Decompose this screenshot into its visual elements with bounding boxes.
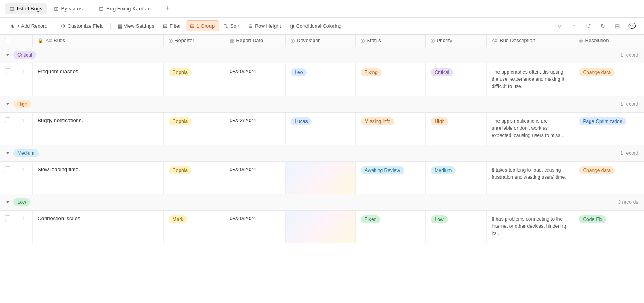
view-settings-button[interactable]: ▦ View Settings bbox=[113, 21, 159, 31]
row-checkbox[interactable] bbox=[5, 68, 10, 74]
group-row-medium: ▼ Medium 1 record bbox=[0, 145, 644, 162]
num-cell: 1 bbox=[17, 211, 33, 243]
priority-cell: Critical bbox=[425, 63, 487, 96]
group-header-cell-medium: ▼ Medium 1 record bbox=[0, 145, 644, 162]
chat-icon-btn[interactable]: 💬 bbox=[626, 20, 638, 32]
group-tag-medium[interactable]: Medium bbox=[13, 149, 39, 157]
status-col-icon: ◎ bbox=[361, 38, 365, 43]
bug-name-cell[interactable]: Frequent crashes. bbox=[33, 63, 163, 96]
bugs-table: 🔒 A≡ Bugs ◎ Reporter ▦ Report Date bbox=[0, 35, 644, 243]
bug-name-cell[interactable]: Connection issues. bbox=[33, 211, 163, 243]
table-row[interactable]: 1 Connection issues. Mark 08/20/2024 Fix… bbox=[0, 211, 644, 243]
bug-name: Frequent crashes. bbox=[37, 68, 80, 74]
group-row-high: ▼ High 1 record bbox=[0, 96, 644, 113]
developer-td: Lucas bbox=[286, 113, 356, 145]
resolution-cell: Change data bbox=[574, 162, 644, 194]
table-row[interactable]: 1 Buggy notifications. Sophia 08/22/2024… bbox=[0, 113, 644, 145]
developer-badge: Lucas bbox=[291, 117, 312, 125]
group-chevron-low[interactable]: ▼ bbox=[6, 200, 10, 205]
add-record-button[interactable]: ⊕ + Add Record bbox=[6, 21, 52, 31]
resolution-badge: Change data bbox=[579, 166, 615, 174]
priority-cell: High bbox=[425, 113, 487, 145]
search-icon-btn[interactable]: ○ bbox=[554, 20, 565, 32]
group-chevron-medium[interactable]: ▼ bbox=[6, 151, 10, 156]
date-icon: ▦ bbox=[230, 38, 234, 43]
group-row-low: ▼ Low 3 records bbox=[0, 194, 644, 211]
desc-type-icon: A≡ bbox=[491, 38, 497, 43]
header-resolution-cell[interactable]: ◎ Resolution bbox=[574, 35, 644, 47]
tab-kanban[interactable]: ⊟ Bug Fixing Kanban bbox=[94, 3, 155, 14]
customize-field-button[interactable]: ⚙ Customize Field bbox=[57, 21, 108, 31]
description-text: It takes too long to load, causing frust… bbox=[491, 167, 566, 180]
sort-button[interactable]: ⇅ Sort bbox=[220, 21, 244, 31]
checkbox-cell bbox=[0, 211, 17, 243]
reporter-icon: ◎ bbox=[169, 38, 173, 43]
group-chevron-high[interactable]: ▼ bbox=[6, 102, 10, 106]
search2-icon-btn[interactable]: ⊟ bbox=[612, 20, 623, 32]
select-all-checkbox[interactable] bbox=[5, 38, 10, 43]
header-reporter-cell[interactable]: ◎ Reporter bbox=[163, 35, 225, 47]
group-count-high: 1 record bbox=[620, 101, 638, 107]
reporter-cell: Sophia bbox=[163, 63, 225, 96]
date-value: 08/20/2024 bbox=[230, 68, 256, 74]
developer-td: Leo bbox=[286, 63, 356, 96]
resolution-cell: Page Optimization bbox=[574, 113, 644, 145]
header-date-cell[interactable]: ▦ Report Date bbox=[225, 35, 286, 47]
group-header-cell-low: ▼ Low 3 records bbox=[0, 194, 644, 211]
status-icon: ⊞ bbox=[54, 6, 59, 12]
reporter-cell: Mark bbox=[163, 211, 225, 243]
tab-status[interactable]: ⊞ By status bbox=[49, 3, 87, 14]
header-priority-cell[interactable]: ◎ Priority bbox=[425, 35, 487, 47]
tab-divider-2 bbox=[159, 5, 159, 13]
redo-icon-btn[interactable]: ↻ bbox=[597, 20, 609, 32]
tabs-bar: ⊞ list of Bugs ⊞ By status ⊟ Bug Fixing … bbox=[0, 0, 644, 18]
checkbox-cell bbox=[0, 113, 17, 145]
add-record-icon: ⊕ bbox=[10, 23, 15, 29]
bugs-type-icon: A≡ bbox=[45, 38, 52, 43]
sort-icon: ⇅ bbox=[224, 23, 228, 29]
group-row-critical: ▼ Critical 1 record bbox=[0, 47, 644, 63]
header-status-cell[interactable]: ◎ Status bbox=[356, 35, 426, 47]
reporter-badge: Mark bbox=[169, 215, 188, 223]
table-header-row: 🔒 A≡ Bugs ◎ Reporter ▦ Report Date bbox=[0, 35, 644, 47]
priority-cell: Low bbox=[425, 211, 487, 243]
reporter-badge: Sophia bbox=[169, 117, 192, 125]
developer-icon: ◎ bbox=[291, 38, 295, 43]
description-cell: The app's notifications are unreliable o… bbox=[487, 113, 574, 145]
table-row[interactable]: 1 Slow loading time. Sophia 08/20/2024 A… bbox=[0, 162, 644, 194]
tab-status-label: By status bbox=[61, 6, 83, 12]
status-badge: Awaiting Review bbox=[361, 166, 404, 174]
group-tag-critical[interactable]: Critical bbox=[13, 51, 36, 59]
header-developer-cell[interactable]: ◎ Developer bbox=[286, 35, 356, 47]
date-cell: 08/20/2024 bbox=[225, 211, 286, 243]
header-bugs-cell[interactable]: 🔒 A≡ Bugs bbox=[33, 35, 163, 47]
filter-button[interactable]: ⊟ Filter bbox=[159, 21, 185, 31]
row-checkbox[interactable] bbox=[5, 215, 10, 221]
table-row[interactable]: 1 Frequent crashes. Sophia 08/20/2024 Le… bbox=[0, 63, 644, 96]
status-badge: Fixing bbox=[361, 68, 382, 76]
tab-list[interactable]: ⊞ list of Bugs bbox=[5, 3, 47, 14]
group-chevron-critical[interactable]: ▼ bbox=[6, 53, 10, 57]
priority-badge: Critical bbox=[431, 68, 454, 76]
reporter-badge: Sophia bbox=[169, 68, 192, 76]
row-checkbox[interactable] bbox=[5, 117, 10, 123]
tab-list-label: list of Bugs bbox=[17, 6, 43, 12]
developer-cell bbox=[286, 162, 355, 194]
num-cell: 1 bbox=[17, 162, 33, 194]
row-height-button[interactable]: ⊟ Row Height bbox=[244, 21, 285, 31]
header-desc-cell[interactable]: A≡ Bug Description bbox=[487, 35, 574, 47]
status-cell: Fixed bbox=[356, 211, 426, 243]
group-button[interactable]: ⊞ 1 Group bbox=[186, 20, 219, 31]
add-tab-button[interactable]: + bbox=[162, 3, 173, 14]
row-checkbox[interactable] bbox=[5, 166, 10, 172]
conditional-coloring-button[interactable]: ◑ Conditional Coloring bbox=[286, 21, 346, 31]
description-cell: The app crashes often, disrupting the us… bbox=[487, 63, 574, 96]
share-icon-btn[interactable]: ↑ bbox=[568, 20, 580, 32]
date-value: 08/20/2024 bbox=[230, 166, 256, 172]
bug-name-cell[interactable]: Buggy notifications. bbox=[33, 113, 163, 145]
group-tag-low[interactable]: Low bbox=[13, 198, 30, 206]
undo-icon-btn[interactable]: ↺ bbox=[583, 20, 594, 32]
bug-name-cell[interactable]: Slow loading time. bbox=[33, 162, 163, 194]
description-text: It has problems connecting to the intern… bbox=[491, 216, 566, 236]
group-tag-high[interactable]: High bbox=[13, 100, 31, 108]
